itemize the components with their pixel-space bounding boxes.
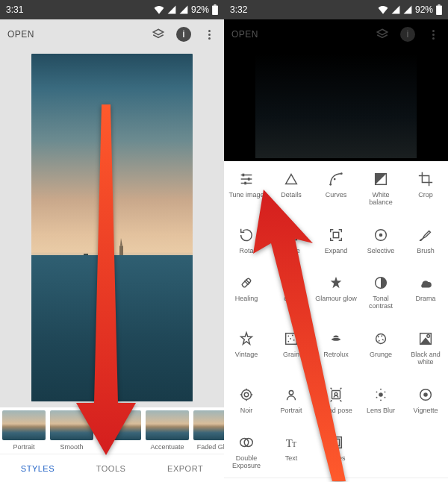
thumb-smooth[interactable]: Smooth bbox=[49, 410, 94, 454]
svg-marker-13 bbox=[120, 238, 122, 245]
wifi-icon bbox=[378, 5, 388, 14]
tool-label: Glamour glow bbox=[315, 295, 357, 303]
action-bar: OPEN i bbox=[0, 19, 224, 49]
tool-label: Lens Blur bbox=[367, 407, 395, 415]
tool-label: Brush bbox=[417, 248, 435, 255]
image-canvas[interactable] bbox=[0, 49, 224, 407]
overflow-menu-icon[interactable] bbox=[202, 27, 217, 42]
tool-label: Double Exposure bbox=[225, 455, 267, 470]
tool-details[interactable]: Details bbox=[269, 169, 314, 214]
svg-point-42 bbox=[290, 282, 292, 284]
tool-tune-image[interactable]: Tune image bbox=[224, 169, 269, 214]
tool-crop[interactable]: Crop bbox=[403, 169, 448, 214]
vintage-icon bbox=[237, 330, 255, 348]
tab-export[interactable]: EXPORT bbox=[167, 464, 203, 473]
svg-point-52 bbox=[287, 341, 289, 342]
thumb-pop[interactable] bbox=[97, 410, 142, 454]
tool-label: Drama bbox=[415, 295, 435, 303]
layers-icon[interactable] bbox=[151, 27, 166, 42]
tool-perspective[interactable]: ective bbox=[269, 225, 314, 263]
tool-portrait[interactable]: Portrait bbox=[269, 384, 314, 422]
curves-icon bbox=[327, 170, 345, 188]
thumb-accentuate[interactable]: Accentuate bbox=[145, 410, 190, 454]
tool-label: Curves bbox=[326, 192, 347, 199]
svg-point-56 bbox=[427, 334, 430, 337]
perspective-icon bbox=[282, 226, 300, 244]
tool-glamour-glow[interactable]: Glamour glow bbox=[314, 272, 358, 318]
svg-rect-0 bbox=[212, 6, 218, 15]
signal-icon bbox=[391, 5, 400, 14]
info-icon[interactable]: i bbox=[176, 27, 191, 42]
tool-retrolux[interactable]: Retrolux bbox=[314, 328, 358, 374]
double-icon bbox=[237, 434, 255, 451]
edited-photo-dimmed bbox=[255, 54, 417, 158]
tool-hdr-scape[interactable]: cape bbox=[269, 272, 314, 318]
status-bar: 3:32 92% bbox=[224, 0, 448, 19]
tool-black-white[interactable]: Black and white bbox=[403, 328, 448, 374]
svg-marker-28 bbox=[286, 175, 297, 184]
status-indicators: 92% bbox=[154, 4, 218, 15]
tool-vintage[interactable]: Vintage bbox=[224, 328, 269, 374]
svg-point-29 bbox=[329, 184, 332, 186]
svg-rect-20 bbox=[436, 6, 442, 15]
svg-point-41 bbox=[287, 282, 289, 284]
svg-point-64 bbox=[385, 391, 386, 392]
tool-double-exposure[interactable]: Double Exposure bbox=[224, 432, 269, 478]
svg-point-50 bbox=[290, 338, 291, 339]
tool-selective[interactable]: Selective bbox=[358, 225, 403, 263]
tool-noir[interactable]: Noir bbox=[224, 384, 269, 422]
tool-grainy-film[interactable]: Grain bbox=[269, 328, 314, 374]
svg-rect-21 bbox=[438, 4, 440, 6]
tool-head-pose[interactable]: Head pose bbox=[314, 384, 358, 422]
svg-point-31 bbox=[334, 178, 336, 181]
lensblur-icon bbox=[372, 386, 390, 404]
tool-lens-blur[interactable]: Lens Blur bbox=[358, 384, 403, 422]
tool-curves[interactable]: Curves bbox=[314, 169, 358, 214]
tool-vignette[interactable]: Vignette bbox=[403, 384, 448, 422]
svg-point-43 bbox=[293, 282, 295, 284]
svg-marker-44 bbox=[331, 277, 342, 289]
open-button[interactable]: OPEN bbox=[7, 29, 34, 40]
tool-grunge[interactable]: Grunge bbox=[358, 328, 403, 374]
overflow-menu-icon-dimmed bbox=[426, 27, 441, 42]
tool-label: Vintage bbox=[235, 351, 258, 359]
tool-tonal-contrast[interactable]: Tonal contrast bbox=[358, 272, 403, 318]
svg-point-68 bbox=[380, 399, 382, 401]
expand-icon bbox=[327, 226, 345, 244]
tool-text[interactable]: TTText bbox=[269, 432, 314, 478]
svg-marker-33 bbox=[286, 230, 297, 240]
tab-styles[interactable]: STYLES bbox=[21, 464, 55, 473]
tool-frames[interactable]: rames bbox=[314, 432, 358, 478]
svg-point-66 bbox=[385, 396, 386, 398]
svg-point-53 bbox=[376, 334, 386, 344]
stage: 3:31 92% OPEN i bbox=[0, 0, 448, 482]
tab-tools[interactable]: TOOLS bbox=[96, 464, 126, 473]
portrait-icon bbox=[282, 386, 300, 404]
svg-rect-27 bbox=[244, 182, 246, 185]
svg-point-36 bbox=[379, 233, 383, 237]
tool-label: Crop bbox=[418, 192, 433, 199]
thumb-faded-glow[interactable]: Faded Glow bbox=[193, 410, 224, 454]
tool-drama[interactable]: Drama bbox=[403, 272, 448, 318]
tool-label: White balance bbox=[360, 192, 402, 207]
thumb-portrait[interactable]: Portrait bbox=[1, 410, 46, 454]
tool-label: Black and white bbox=[405, 351, 447, 366]
tool-label: Healing bbox=[235, 295, 258, 303]
svg-point-63 bbox=[376, 391, 378, 392]
svg-point-59 bbox=[289, 390, 293, 395]
info-icon-dimmed: i bbox=[400, 27, 415, 42]
tool-expand[interactable]: Expand bbox=[314, 225, 358, 263]
signal-icon-2 bbox=[179, 5, 188, 14]
tool-healing[interactable]: Healing bbox=[224, 272, 269, 318]
tool-brush[interactable]: Brush bbox=[403, 225, 448, 263]
tool-rotate[interactable]: Rota bbox=[224, 225, 269, 263]
action-bar-dimmed: OPEN i bbox=[224, 19, 448, 49]
status-indicators: 92% bbox=[378, 4, 442, 15]
bottom-tabs: STYLES TOOLS EXPORT bbox=[0, 454, 224, 482]
tool-label: Expand bbox=[325, 248, 348, 255]
tool-white-balance[interactable]: White balance bbox=[358, 169, 403, 214]
tonal-icon bbox=[372, 274, 390, 292]
sliders-icon bbox=[237, 170, 255, 188]
tool-label: Tune image bbox=[228, 192, 264, 199]
svg-point-70 bbox=[423, 392, 428, 397]
